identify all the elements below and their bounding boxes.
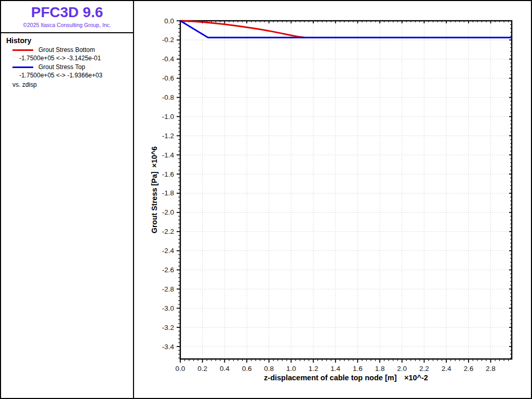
axis-labels: 0.00.20.40.60.81.01.21.41.61.82.02.22.42… (150, 17, 496, 382)
y-tick-label: -1.0 (162, 113, 174, 121)
y-tick-label: -2.6 (162, 266, 174, 274)
y-tick-label: -0.2 (162, 36, 174, 44)
x-tick-label: 2.8 (486, 365, 496, 373)
y-tick-label: -3.4 (162, 343, 175, 351)
y-tick-label: -2.2 (162, 228, 174, 235)
x-axis-title: z-displacement of cable top node [m] ×10… (264, 374, 428, 382)
plot-gridlines (180, 21, 512, 359)
x-tick-label: 0.6 (242, 365, 252, 373)
y-axis-title: Grout Stress [Pa] ×10^6 (150, 147, 158, 234)
y-tick-label: -1.2 (162, 132, 174, 140)
x-tick-label: 1.8 (375, 365, 385, 373)
x-tick-label: 2.4 (442, 365, 451, 373)
y-tick-label: -1.6 (162, 170, 174, 178)
y-tick-label: -2.4 (162, 247, 175, 255)
axis-ticks (177, 21, 512, 363)
y-tick-label: -0.4 (162, 55, 175, 63)
x-tick-label: 0.2 (197, 365, 207, 373)
y-tick-label: -3.2 (162, 324, 174, 331)
y-tick-label: -1.8 (162, 189, 174, 197)
y-tick-label: -0.6 (162, 74, 174, 82)
series-line-grout-stress-bottom (180, 21, 304, 37)
x-tick-label: 1.4 (330, 365, 340, 373)
x-tick-label: 2.2 (419, 365, 429, 373)
x-tick-label: 2.0 (397, 365, 407, 373)
y-tick-label: -3.0 (162, 304, 174, 312)
y-tick-label: -1.4 (162, 151, 175, 159)
series-line-grout-stress-top (180, 21, 512, 37)
y-tick-label: -2.8 (162, 285, 174, 293)
x-tick-label: 2.6 (463, 365, 473, 373)
x-tick-label: 1.0 (286, 365, 296, 373)
x-tick-label: 0.8 (264, 365, 274, 373)
x-tick-label: 1.6 (353, 365, 363, 373)
x-tick-label: 1.2 (309, 365, 318, 373)
y-tick-label: -0.8 (162, 94, 174, 101)
y-tick-label: 0.0 (164, 17, 174, 25)
y-tick-label: -2.0 (162, 208, 174, 216)
plot-series (180, 21, 512, 37)
pfc3d-plot-window: PFC3D 9.6 ©2025 Itasca Consulting Group,… (0, 0, 532, 399)
x-tick-label: 0.0 (176, 365, 185, 373)
x-tick-label: 0.4 (220, 365, 230, 373)
plot-canvas[interactable]: 0.00.20.40.60.81.01.21.41.61.82.02.22.42… (1, 1, 532, 399)
